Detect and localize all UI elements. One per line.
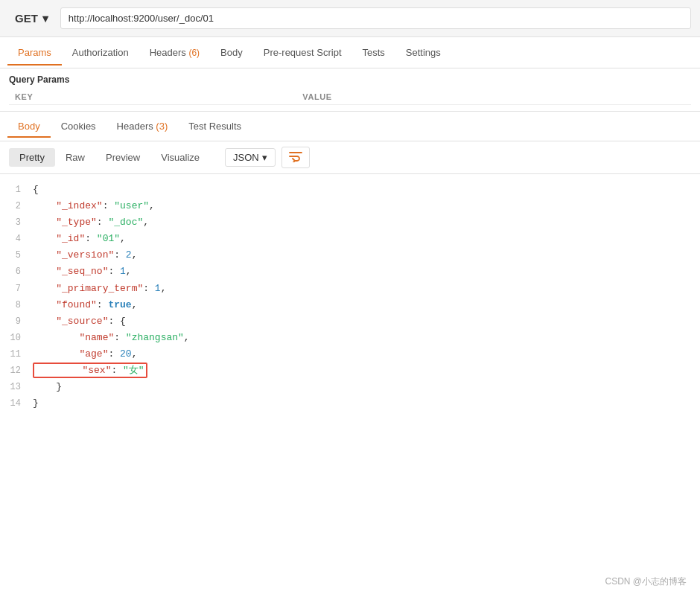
line-content: "_primary_term": 1, [33,281,694,297]
json-line: 9 "_source": { [0,313,700,330]
line-content: "_version": 2, [33,247,694,264]
json-chevron-icon: ▾ [262,152,267,163]
line-number: 9 [6,313,33,329]
line-content: "_seq_no": 1, [33,264,694,280]
line-number: 4 [6,231,33,246]
method-chevron-icon: ▾ [42,12,48,25]
json-line: 10 "name": "zhangsan", [0,330,700,346]
params-table: KEY VALUE [9,89,691,105]
json-line: 3 "_type": "_doc", [0,214,700,231]
json-format-label: JSON [233,152,259,163]
tab-headers[interactable]: Headers (6) [139,39,210,66]
line-number: 1 [6,182,33,197]
json-line: 12 "sex": "女" [0,363,700,379]
wrap-lines-button[interactable] [281,147,310,168]
json-format-select[interactable]: JSON ▾ [225,148,276,167]
line-number: 14 [6,395,33,411]
json-line: 2 "_index": "user", [0,198,700,214]
tab-body[interactable]: Body [210,39,253,66]
line-number: 2 [6,198,33,214]
url-bar: GET ▾ [0,0,700,37]
line-content: "sex": "女" [33,363,694,379]
tab-pre-request-script[interactable]: Pre-request Script [253,39,352,66]
line-number: 12 [6,363,33,378]
line-content: "name": "zhangsan", [33,330,694,346]
line-content: { [33,182,694,198]
line-content: "_index": "user", [33,198,694,214]
line-content: "_id": "01", [33,231,694,247]
line-content: "_source": { [33,313,694,330]
json-line: 5 "_version": 2, [0,247,700,264]
response-headers-badge: (3) [156,121,168,132]
watermark: CSDN @小志的博客 [605,575,687,588]
tab-authorization[interactable]: Authorization [62,39,139,66]
url-input[interactable] [60,7,691,29]
line-number: 11 [6,346,33,362]
json-content: 1{2 "_index": "user",3 "_type": "_doc",4… [0,174,700,419]
format-visualize-button[interactable]: Visualize [150,148,210,167]
response-tab-headers[interactable]: Headers (3) [106,115,179,138]
json-line: 11 "age": 20, [0,346,700,363]
format-bar: Pretty Raw Preview Visualize JSON ▾ [0,141,700,174]
tab-settings[interactable]: Settings [395,39,451,66]
line-number: 8 [6,297,33,313]
json-line: 1{ [0,182,700,198]
json-response-area: 1{2 "_index": "user",3 "_type": "_doc",4… [0,174,700,597]
line-number: 6 [6,264,33,279]
line-number: 3 [6,214,33,230]
top-tabs-bar: Params Authorization Headers (6) Body Pr… [0,37,700,68]
line-content: } [33,395,694,412]
line-number: 5 [6,247,33,263]
method-select[interactable]: GET ▾ [9,9,54,28]
key-column-header: KEY [9,89,296,105]
line-number: 7 [6,281,33,296]
response-tab-body[interactable]: Body [7,115,51,138]
response-tabs-bar: Body Cookies Headers (3) Test Results [0,112,700,141]
query-params-title: Query Params [9,74,691,85]
json-line: 6 "_seq_no": 1, [0,264,700,280]
line-content: "found": true, [33,297,694,313]
json-line: 4 "_id": "01", [0,231,700,247]
line-content: } [33,379,694,395]
query-params-section: Query Params KEY VALUE [0,68,700,112]
method-label: GET [15,12,38,25]
response-tab-cookies[interactable]: Cookies [51,115,106,138]
tab-tests[interactable]: Tests [352,39,395,66]
line-number: 13 [6,379,33,395]
headers-badge: (6) [188,48,200,58]
json-line: 8 "found": true, [0,297,700,313]
line-number: 10 [6,330,33,345]
line-content: "_type": "_doc", [33,214,694,231]
response-tab-test-results[interactable]: Test Results [178,115,252,138]
format-preview-button[interactable]: Preview [95,148,150,167]
format-raw-button[interactable]: Raw [55,148,95,167]
format-pretty-button[interactable]: Pretty [9,148,55,167]
json-line: 13 } [0,379,700,395]
json-line: 14} [0,395,700,412]
value-column-header: VALUE [296,89,691,105]
line-content: "age": 20, [33,346,694,363]
json-line: 7 "_primary_term": 1, [0,281,700,297]
tab-params[interactable]: Params [7,39,62,66]
